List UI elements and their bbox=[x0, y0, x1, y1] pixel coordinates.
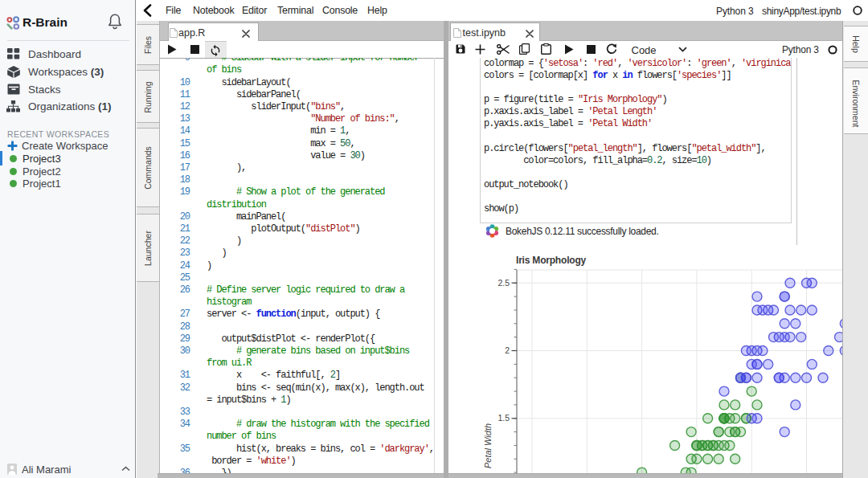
svg-text:Petal Width: Petal Width bbox=[483, 423, 493, 468]
svg-text:2.5: 2.5 bbox=[497, 278, 510, 288]
svg-text:2: 2 bbox=[505, 345, 510, 355]
svg-text:1.5: 1.5 bbox=[497, 413, 510, 423]
